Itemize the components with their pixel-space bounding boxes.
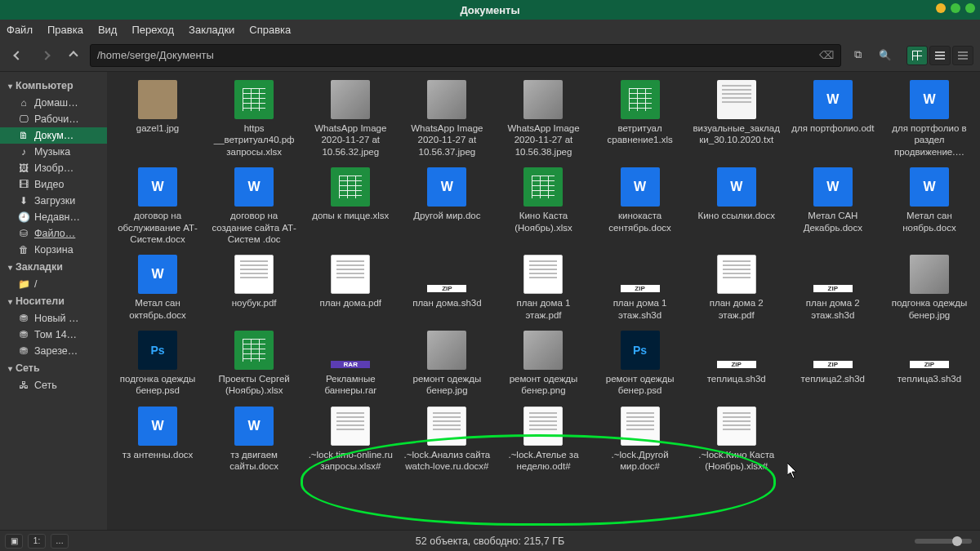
menu-file[interactable]: Файл: [7, 24, 33, 36]
menu-view[interactable]: Вид: [98, 24, 118, 36]
file-item[interactable]: подгонка одежды бенер.psd: [110, 327, 205, 400]
file-item[interactable]: ноубук.pdf: [207, 251, 301, 324]
file-item[interactable]: Другой мир.doc: [399, 164, 494, 248]
file-item[interactable]: WhatsApp Image 2020-11-27 at 10.56.32.jp…: [303, 77, 398, 161]
file-item[interactable]: ZIPтеплица2.sh3d: [786, 327, 880, 400]
file-item[interactable]: тз двигаем сайты.docx: [207, 403, 301, 476]
minimize-button[interactable]: [936, 3, 946, 13]
file-item[interactable]: план дома 1 этаж.pdf: [496, 251, 590, 324]
file-item[interactable]: ZIPплан дома.sh3d: [399, 251, 494, 324]
file-item[interactable]: ZIPтеплица3.sh3d: [882, 327, 977, 400]
sidebar-item[interactable]: ⛃Том 14…: [0, 327, 107, 343]
sidebar-item[interactable]: ⛃Новый …: [0, 310, 107, 327]
file-item[interactable]: Метал САН Декабрь.docx: [786, 164, 880, 248]
compact-view-button[interactable]: [952, 46, 973, 65]
list-view-button[interactable]: [929, 46, 951, 65]
status-btn-1[interactable]: 1:: [28, 534, 46, 549]
file-item[interactable]: договор на обслуживание АТ-Систем.docx: [110, 164, 205, 248]
music-icon: ♪: [18, 146, 29, 158]
file-item[interactable]: тз антенны.docx: [110, 403, 205, 476]
terminal-button[interactable]: ▣: [5, 534, 23, 549]
sidebar-section-header[interactable]: Сеть: [0, 359, 107, 377]
file-item[interactable]: .~lock.Анализ сайта watch-love.ru.docx#: [399, 403, 494, 476]
sidebar-item-label: Загрузки: [34, 195, 75, 207]
sidebar-item[interactable]: 🗎Докум…: [0, 127, 107, 144]
sidebar-item[interactable]: 🎞Видео: [0, 176, 107, 193]
sidebar-item[interactable]: ⌂Домаш…: [0, 95, 107, 111]
path-input[interactable]: /home/serge/Документы ⌫: [90, 44, 841, 67]
status-btn-2[interactable]: …: [51, 534, 69, 549]
file-name: Другой мир.doc: [413, 210, 480, 221]
file-name: Проекты Сергей (Ноябрь).xlsx: [209, 373, 299, 397]
file-item[interactable]: WhatsApp Image 2020-11-27 at 10.56.37.jp…: [399, 77, 494, 161]
sidebar-item[interactable]: 🕘Недавн…: [0, 209, 107, 225]
sidebar-item[interactable]: ♪Музыка: [0, 144, 107, 160]
file-name: ноубук.pdf: [232, 297, 277, 309]
file-item[interactable]: RARРекламные баннеры.rar: [303, 327, 398, 400]
file-item[interactable]: план дома 2 этаж.pdf: [689, 251, 784, 324]
sidebar-section-header[interactable]: Компьютер: [0, 77, 107, 95]
sidebar-item[interactable]: 🖼Изобр…: [0, 160, 107, 176]
zoom-slider[interactable]: [915, 539, 972, 544]
file-name: .~lock.Ателье за неделю.odt#: [498, 449, 588, 473]
file-item[interactable]: .~lock.timo-online.ru запросы.xlsx#: [303, 403, 398, 476]
file-item[interactable]: .~lock.Кино Каста (Ноябрь).xlsx#: [689, 403, 784, 476]
sidebar-item[interactable]: ⛃Зарезе…: [0, 343, 107, 359]
file-item[interactable]: для портфолио.odt: [786, 77, 880, 161]
file-item[interactable]: Кино ссылки.docx: [689, 164, 784, 248]
file-icon: [813, 80, 853, 119]
clear-path-icon[interactable]: ⌫: [819, 49, 834, 61]
sidebar-section-header[interactable]: Носители: [0, 292, 107, 310]
menu-bookmarks[interactable]: Закладки: [189, 24, 234, 36]
file-name: gazel1.jpg: [136, 122, 179, 134]
file-item[interactable]: ZIPплан дома 2 этаж.sh3d: [786, 251, 880, 324]
menu-help[interactable]: Справка: [249, 24, 291, 36]
file-item[interactable]: кинокаста сентябрь.docx: [593, 164, 688, 248]
trash-icon: 🗑: [18, 244, 29, 256]
file-item[interactable]: Метал сан ноябрь.docx: [882, 164, 977, 248]
sidebar-item[interactable]: 📁/: [0, 276, 107, 292]
file-item[interactable]: Метал сан октябрь.docx: [110, 251, 205, 324]
new-tab-button[interactable]: ⧉: [846, 44, 869, 67]
up-button[interactable]: [62, 44, 85, 67]
disk-icon: ⛃: [18, 345, 29, 357]
close-button[interactable]: [965, 3, 975, 13]
file-item[interactable]: ремонт одежды бенер.psd: [593, 327, 688, 400]
forward-button[interactable]: [34, 44, 57, 67]
file-item[interactable]: договор на создание сайта АТ-Систем .doc: [207, 164, 301, 248]
back-button[interactable]: [7, 44, 29, 67]
file-item[interactable]: ремонт одежды бенер.jpg: [399, 327, 494, 400]
file-item[interactable]: план дома.pdf: [303, 251, 398, 324]
file-item[interactable]: WhatsApp Image 2020-11-27 at 10.56.38.jp…: [496, 77, 590, 161]
file-item[interactable]: визуальные_закладки_30.10.2020.txt: [689, 77, 784, 161]
file-item[interactable]: .~lock.Ателье за неделю.odt#: [496, 403, 590, 476]
sidebar-item[interactable]: 🖵Рабочи…: [0, 111, 107, 127]
sidebar-item[interactable]: 🗑Корзина: [0, 242, 107, 258]
icon-view-button[interactable]: [906, 46, 928, 65]
file-item[interactable]: Кино Каста (Ноябрь).xlsx: [496, 164, 590, 248]
doc-icon: 🗎: [18, 130, 29, 141]
sidebar-item[interactable]: 🖧Сеть: [0, 377, 107, 393]
file-item[interactable]: Проекты Сергей (Ноябрь).xlsx: [207, 327, 301, 400]
search-button[interactable]: 🔍: [874, 44, 897, 67]
menu-edit[interactable]: Правка: [47, 24, 83, 36]
file-item[interactable]: допы к пицце.xlsx: [303, 164, 398, 248]
menu-go[interactable]: Переход: [131, 24, 174, 36]
file-item[interactable]: подгонка одежды бенер.jpg: [882, 251, 977, 324]
file-item[interactable]: ремонт одежды бенер.png: [496, 327, 590, 400]
file-item[interactable]: для портфолио в раздел продвижение.…: [882, 77, 977, 161]
file-view[interactable]: gazel1.jpghttps __ветритуал40.рф запросы…: [107, 72, 980, 530]
file-item[interactable]: ветритуал сравнение1.xls: [593, 77, 688, 161]
file-name: тз двигаем сайты.docx: [209, 449, 299, 473]
file-icon: [138, 255, 177, 294]
sidebar-item-label: Музыка: [34, 146, 70, 158]
sidebar-section-header[interactable]: Закладки: [0, 258, 107, 276]
file-item[interactable]: https __ветритуал40.рф запросы.xlsx: [207, 77, 301, 161]
maximize-button[interactable]: [951, 3, 960, 13]
file-item[interactable]: ZIPплан дома 1 этаж.sh3d: [593, 251, 688, 324]
file-item[interactable]: gazel1.jpg: [110, 77, 205, 161]
file-item[interactable]: ZIPтеплица.sh3d: [689, 327, 784, 400]
sidebar-item[interactable]: ⛁Файло…: [0, 225, 107, 242]
file-item[interactable]: .~lock.Другой мир.doc#: [593, 403, 688, 476]
sidebar-item[interactable]: ⬇Загрузки: [0, 193, 107, 209]
